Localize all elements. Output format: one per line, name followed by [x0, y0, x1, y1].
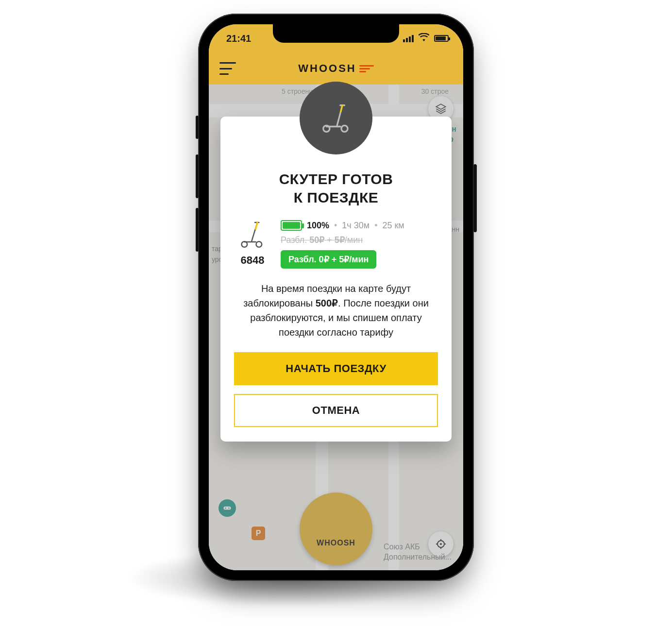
status-icons: [403, 33, 449, 44]
modal-note: На время поездки на карте будут заблокир…: [234, 281, 438, 340]
ride-ready-modal: СКУТЕР ГОТОВ К ПОЕЗДКЕ 6848: [220, 117, 452, 442]
side-button: [196, 208, 199, 252]
scooter-icon: [319, 101, 353, 135]
battery-icon: [281, 220, 302, 231]
side-button: [196, 116, 199, 139]
svg-point-7: [341, 125, 348, 132]
app-header: WHOOSH: [209, 52, 463, 85]
side-button: [196, 154, 199, 198]
brand-lines-icon: [359, 65, 374, 72]
old-price: Разбл. 50₽ + 5₽/мин: [281, 235, 438, 245]
scooter-icon: [239, 220, 266, 249]
separator-dot: •: [334, 221, 337, 231]
side-button: [473, 164, 477, 232]
screen: 21:41 WHOOSH 5 строение 3 30 строе P P: [209, 24, 463, 570]
brand-text: WHOOSH: [298, 62, 356, 75]
separator-dot: •: [374, 221, 377, 231]
wifi-icon: [419, 33, 429, 44]
status-time: 21:41: [226, 33, 251, 44]
menu-button[interactable]: [219, 62, 236, 75]
new-price-badge: Разбл. 0₽ + 5₽/мин: [281, 250, 376, 269]
svg-point-9: [256, 241, 262, 247]
range: 25 км: [382, 221, 404, 231]
app-brand: WHOOSH: [298, 62, 373, 75]
scooter-id: 6848: [234, 254, 271, 267]
duration: 1ч 30м: [342, 221, 370, 231]
cancel-button[interactable]: ОТМЕНА: [234, 394, 438, 427]
battery-icon: [434, 35, 449, 42]
scooter-badge: [300, 82, 372, 154]
notch: [273, 24, 399, 43]
scooter-info: 6848 100% • 1ч 30м • 25 км Разбл. 50₽ + …: [234, 220, 438, 269]
phone-mockup: 21:41 WHOOSH 5 строение 3 30 строе P P: [198, 14, 474, 581]
stats-line: 100% • 1ч 30м • 25 км: [281, 220, 438, 231]
modal-title: СКУТЕР ГОТОВ К ПОЕЗДКЕ: [234, 170, 438, 206]
start-ride-button[interactable]: НАЧАТЬ ПОЕЗДКУ: [234, 352, 438, 385]
scooter-thumb: 6848: [234, 220, 271, 267]
scooter-stats: 100% • 1ч 30м • 25 км Разбл. 50₽ + 5₽/ми…: [281, 220, 438, 269]
signal-icon: [403, 35, 414, 42]
battery-pct: 100%: [307, 221, 329, 231]
